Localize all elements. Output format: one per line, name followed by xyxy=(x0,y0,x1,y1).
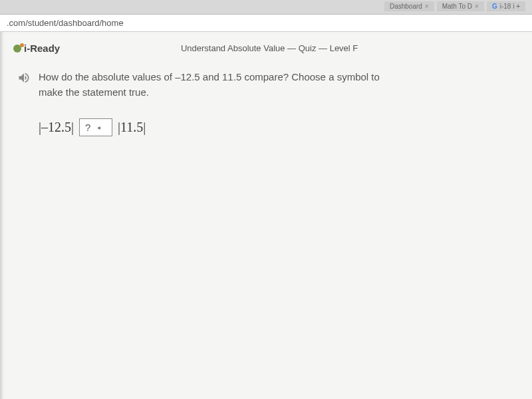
close-icon[interactable]: × xyxy=(475,3,479,10)
comparison-dropdown[interactable]: ? ◂ xyxy=(79,118,112,136)
right-operand: 11.5 xyxy=(120,120,143,135)
browser-tab[interactable]: G i-18 i + xyxy=(487,1,525,11)
lesson-title: Understand Absolute Value — Quiz — Level… xyxy=(60,43,479,53)
close-icon[interactable]: × xyxy=(425,3,429,10)
question-block: How do the absolute values of –12.5 and … xyxy=(13,63,519,106)
tab-label: i-18 i + xyxy=(500,3,520,10)
brand-logo: i-Ready xyxy=(13,43,60,54)
abs-bar-left-close: | xyxy=(71,120,74,135)
tab-label: Dashboard xyxy=(390,3,422,10)
question-text: How do the absolute values of –12.5 and … xyxy=(39,70,384,100)
browser-tab-bar: Dashboard × Math To D × G i-18 i + xyxy=(0,0,532,15)
equation: |–12.5| ? ◂ |11.5| xyxy=(13,106,519,136)
abs-bar-right-close: | xyxy=(143,120,146,135)
page-content: i-Ready Understand Absolute Value — Quiz… xyxy=(0,32,532,399)
browser-tab[interactable]: Math To D × xyxy=(437,1,484,11)
tab-label: Math To D xyxy=(442,3,472,10)
chevron-left-icon: ◂ xyxy=(97,124,100,131)
browser-tab[interactable]: Dashboard × xyxy=(384,1,434,11)
lesson-header: i-Ready Understand Absolute Value — Quiz… xyxy=(13,39,519,63)
google-icon: G xyxy=(492,3,497,10)
dropdown-value: ? xyxy=(85,122,90,133)
left-shadow xyxy=(0,32,4,399)
brand-icon xyxy=(13,45,21,53)
url-text: .com/student/dashboard/home xyxy=(7,18,124,28)
brand-text: i-Ready xyxy=(24,43,60,54)
audio-icon[interactable] xyxy=(17,71,31,84)
url-bar[interactable]: .com/student/dashboard/home xyxy=(0,15,532,32)
left-operand: –12.5 xyxy=(41,120,71,135)
